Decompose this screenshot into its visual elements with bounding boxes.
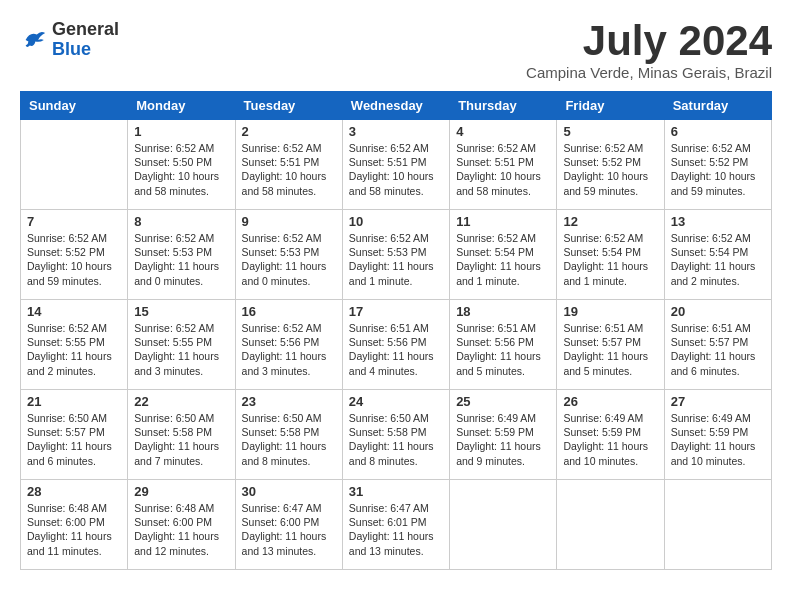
calendar-cell: 9Sunrise: 6:52 AM Sunset: 5:53 PM Daylig… [235,210,342,300]
calendar-cell: 8Sunrise: 6:52 AM Sunset: 5:53 PM Daylig… [128,210,235,300]
day-number: 11 [456,214,550,229]
calendar-cell: 4Sunrise: 6:52 AM Sunset: 5:51 PM Daylig… [450,120,557,210]
calendar-cell: 27Sunrise: 6:49 AM Sunset: 5:59 PM Dayli… [664,390,771,480]
day-info: Sunrise: 6:52 AM Sunset: 5:56 PM Dayligh… [242,321,336,378]
day-info: Sunrise: 6:50 AM Sunset: 5:57 PM Dayligh… [27,411,121,468]
calendar-cell: 3Sunrise: 6:52 AM Sunset: 5:51 PM Daylig… [342,120,449,210]
logo-blue-text: Blue [52,39,91,59]
day-number: 17 [349,304,443,319]
calendar-cell: 12Sunrise: 6:52 AM Sunset: 5:54 PM Dayli… [557,210,664,300]
day-number: 7 [27,214,121,229]
day-number: 25 [456,394,550,409]
day-header-monday: Monday [128,92,235,120]
day-info: Sunrise: 6:48 AM Sunset: 6:00 PM Dayligh… [27,501,121,558]
day-number: 8 [134,214,228,229]
day-info: Sunrise: 6:51 AM Sunset: 5:56 PM Dayligh… [349,321,443,378]
day-info: Sunrise: 6:52 AM Sunset: 5:52 PM Dayligh… [27,231,121,288]
day-number: 5 [563,124,657,139]
day-header-saturday: Saturday [664,92,771,120]
calendar-cell: 14Sunrise: 6:52 AM Sunset: 5:55 PM Dayli… [21,300,128,390]
day-info: Sunrise: 6:52 AM Sunset: 5:52 PM Dayligh… [563,141,657,198]
day-info: Sunrise: 6:50 AM Sunset: 5:58 PM Dayligh… [242,411,336,468]
calendar-cell: 1Sunrise: 6:52 AM Sunset: 5:50 PM Daylig… [128,120,235,210]
day-number: 6 [671,124,765,139]
calendar-cell: 29Sunrise: 6:48 AM Sunset: 6:00 PM Dayli… [128,480,235,570]
logo-bird-icon [20,26,48,54]
day-info: Sunrise: 6:52 AM Sunset: 5:51 PM Dayligh… [349,141,443,198]
calendar-cell: 25Sunrise: 6:49 AM Sunset: 5:59 PM Dayli… [450,390,557,480]
calendar-cell: 5Sunrise: 6:52 AM Sunset: 5:52 PM Daylig… [557,120,664,210]
day-info: Sunrise: 6:49 AM Sunset: 5:59 PM Dayligh… [563,411,657,468]
day-info: Sunrise: 6:50 AM Sunset: 5:58 PM Dayligh… [349,411,443,468]
day-number: 18 [456,304,550,319]
day-info: Sunrise: 6:50 AM Sunset: 5:58 PM Dayligh… [134,411,228,468]
week-row-4: 21Sunrise: 6:50 AM Sunset: 5:57 PM Dayli… [21,390,772,480]
day-info: Sunrise: 6:52 AM Sunset: 5:53 PM Dayligh… [349,231,443,288]
day-info: Sunrise: 6:52 AM Sunset: 5:51 PM Dayligh… [242,141,336,198]
day-info: Sunrise: 6:52 AM Sunset: 5:52 PM Dayligh… [671,141,765,198]
day-header-friday: Friday [557,92,664,120]
day-number: 10 [349,214,443,229]
day-info: Sunrise: 6:51 AM Sunset: 5:56 PM Dayligh… [456,321,550,378]
day-number: 16 [242,304,336,319]
day-info: Sunrise: 6:52 AM Sunset: 5:54 PM Dayligh… [563,231,657,288]
week-row-5: 28Sunrise: 6:48 AM Sunset: 6:00 PM Dayli… [21,480,772,570]
day-header-tuesday: Tuesday [235,92,342,120]
calendar-cell [557,480,664,570]
calendar-cell: 19Sunrise: 6:51 AM Sunset: 5:57 PM Dayli… [557,300,664,390]
day-number: 23 [242,394,336,409]
calendar-cell: 18Sunrise: 6:51 AM Sunset: 5:56 PM Dayli… [450,300,557,390]
day-info: Sunrise: 6:48 AM Sunset: 6:00 PM Dayligh… [134,501,228,558]
calendar-cell: 30Sunrise: 6:47 AM Sunset: 6:00 PM Dayli… [235,480,342,570]
calendar-cell: 15Sunrise: 6:52 AM Sunset: 5:55 PM Dayli… [128,300,235,390]
day-info: Sunrise: 6:49 AM Sunset: 5:59 PM Dayligh… [671,411,765,468]
calendar-cell: 11Sunrise: 6:52 AM Sunset: 5:54 PM Dayli… [450,210,557,300]
calendar-cell: 7Sunrise: 6:52 AM Sunset: 5:52 PM Daylig… [21,210,128,300]
logo-text: General Blue [52,20,119,60]
day-number: 30 [242,484,336,499]
logo-general-text: General [52,19,119,39]
calendar-cell: 22Sunrise: 6:50 AM Sunset: 5:58 PM Dayli… [128,390,235,480]
week-row-1: 1Sunrise: 6:52 AM Sunset: 5:50 PM Daylig… [21,120,772,210]
day-number: 20 [671,304,765,319]
day-info: Sunrise: 6:51 AM Sunset: 5:57 PM Dayligh… [563,321,657,378]
calendar-cell: 13Sunrise: 6:52 AM Sunset: 5:54 PM Dayli… [664,210,771,300]
calendar-cell: 16Sunrise: 6:52 AM Sunset: 5:56 PM Dayli… [235,300,342,390]
day-info: Sunrise: 6:52 AM Sunset: 5:55 PM Dayligh… [134,321,228,378]
week-row-3: 14Sunrise: 6:52 AM Sunset: 5:55 PM Dayli… [21,300,772,390]
day-number: 14 [27,304,121,319]
day-number: 4 [456,124,550,139]
day-number: 21 [27,394,121,409]
calendar-cell: 20Sunrise: 6:51 AM Sunset: 5:57 PM Dayli… [664,300,771,390]
page-header: General Blue July 2024 Campina Verde, Mi… [20,20,772,81]
day-number: 12 [563,214,657,229]
day-info: Sunrise: 6:47 AM Sunset: 6:01 PM Dayligh… [349,501,443,558]
calendar-cell [450,480,557,570]
day-info: Sunrise: 6:52 AM Sunset: 5:53 PM Dayligh… [134,231,228,288]
day-info: Sunrise: 6:52 AM Sunset: 5:55 PM Dayligh… [27,321,121,378]
day-number: 22 [134,394,228,409]
location-text: Campina Verde, Minas Gerais, Brazil [526,64,772,81]
month-title: July 2024 [526,20,772,62]
day-info: Sunrise: 6:49 AM Sunset: 5:59 PM Dayligh… [456,411,550,468]
day-info: Sunrise: 6:52 AM Sunset: 5:50 PM Dayligh… [134,141,228,198]
day-info: Sunrise: 6:52 AM Sunset: 5:54 PM Dayligh… [456,231,550,288]
day-number: 31 [349,484,443,499]
day-number: 27 [671,394,765,409]
day-number: 19 [563,304,657,319]
day-number: 3 [349,124,443,139]
day-info: Sunrise: 6:52 AM Sunset: 5:53 PM Dayligh… [242,231,336,288]
day-number: 24 [349,394,443,409]
calendar-table: SundayMondayTuesdayWednesdayThursdayFrid… [20,91,772,570]
calendar-cell: 23Sunrise: 6:50 AM Sunset: 5:58 PM Dayli… [235,390,342,480]
calendar-cell [21,120,128,210]
calendar-cell: 26Sunrise: 6:49 AM Sunset: 5:59 PM Dayli… [557,390,664,480]
day-header-wednesday: Wednesday [342,92,449,120]
day-number: 2 [242,124,336,139]
logo: General Blue [20,20,119,60]
calendar-cell: 21Sunrise: 6:50 AM Sunset: 5:57 PM Dayli… [21,390,128,480]
calendar-cell: 24Sunrise: 6:50 AM Sunset: 5:58 PM Dayli… [342,390,449,480]
day-number: 9 [242,214,336,229]
day-info: Sunrise: 6:47 AM Sunset: 6:00 PM Dayligh… [242,501,336,558]
day-number: 1 [134,124,228,139]
